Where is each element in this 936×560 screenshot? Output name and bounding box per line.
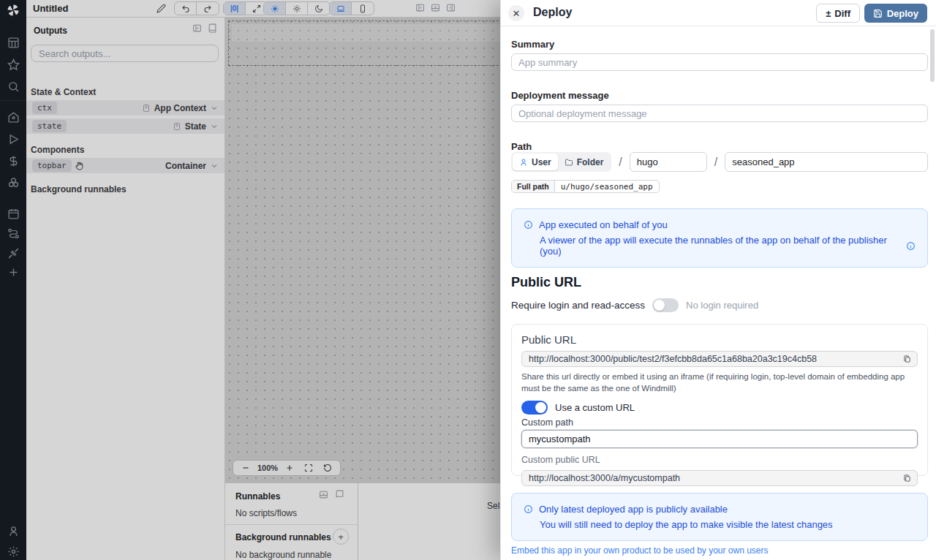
undo-redo-group [174,1,219,15]
path-name-input[interactable] [725,152,928,172]
chevron-down-icon[interactable] [210,122,219,131]
windmill-logo-icon[interactable] [6,3,20,18]
app-canvas[interactable]: 100% [225,18,500,483]
background-runnables-title-row: Background runnables [235,532,342,542]
clipboard-icon[interactable] [903,474,911,483]
mobile-view-button[interactable] [352,2,374,15]
apps-icon[interactable] [7,37,20,49]
layout-group: |0| [223,1,268,15]
folder-tab-label: Folder [577,157,604,167]
variables-icon[interactable] [7,155,20,167]
output-row-state[interactable]: state State [26,118,224,134]
custom-url-toggle[interactable] [521,401,548,415]
embed-app-link[interactable]: Embed this app in your own product to be… [511,545,769,556]
user-tab-label: User [532,157,551,167]
custom-public-url-field[interactable]: http://localhost:3000/a/mycustompath [521,470,918,486]
smartphone-icon [358,4,367,13]
deployment-message-label: Deployment message [511,90,609,101]
components-heading: Components [31,145,84,155]
state-badge[interactable]: state [32,120,67,132]
info-icon[interactable] [906,241,916,251]
close-drawer-button[interactable]: ✕ [508,5,524,21]
search-icon[interactable] [7,80,20,93]
public-url-card: Public URL http://localhost:3000/public/… [511,324,928,476]
background-runnables-empty-text: No background runnable [235,550,331,560]
topbar-component-outline[interactable] [228,20,500,66]
login-state-label: No login required [686,300,758,311]
runs-icon[interactable] [7,133,20,145]
public-url-field[interactable]: http://localhost:3000/public/test2/f3efc… [521,351,918,367]
toggle-knob [654,300,665,311]
owner-kind-user[interactable]: User [513,154,558,170]
pointer-hand-icon [75,161,84,170]
theme-light-active-button[interactable] [264,2,286,15]
clipboard-icon[interactable] [903,355,911,363]
component-outline-toggle[interactable]: |0| [224,2,246,15]
latest-deploy-info-title: Only latest deployed app is publicly ava… [539,504,728,515]
theme-light-button[interactable] [286,2,308,15]
zoom-in-button[interactable] [280,463,299,472]
require-login-toggle[interactable] [652,298,679,312]
docs-book-icon[interactable] [335,490,344,499]
edit-title-icon[interactable] [156,4,166,13]
topbar-badge[interactable]: topbar [32,159,72,172]
add-background-runnable-button[interactable]: + [333,529,349,545]
undo-button[interactable] [175,2,197,15]
diff-button[interactable]: ± Diff [816,4,860,23]
summary-input[interactable] [511,53,928,71]
theme-dark-button[interactable] [308,2,330,15]
schedules-icon[interactable] [7,208,20,220]
custom-path-label: Custom path [521,417,918,428]
rotate-ccw-icon [323,463,332,472]
drawer-header: ✕ Deploy ± Diff Deploy [501,0,936,26]
chevron-down-icon[interactable] [210,162,219,170]
toggle-knob [535,402,546,413]
require-login-row: Require login and read-access No login r… [511,298,758,312]
collapse-bottom-icon[interactable] [319,490,328,499]
search-outputs-input[interactable] [31,45,219,62]
output-row-ctx[interactable]: ctx App Context [26,100,224,116]
zoom-out-button[interactable] [236,463,255,472]
home-icon[interactable] [7,111,20,124]
hide-left-panel-icon[interactable] [415,3,425,12]
flows-icon[interactable] [7,227,20,240]
execution-info-title: App executed on behalf of you [539,219,668,230]
output-row-topbar[interactable]: topbar Container [26,158,224,173]
object-icon [173,122,181,131]
deploy-button[interactable]: Deploy [864,4,927,23]
background-runnables-title: Background runnables [235,532,331,542]
deploy-button-label: Deploy [887,8,918,19]
drawer-scrollbar[interactable] [930,29,935,82]
collapse-panel-icon[interactable] [192,23,202,33]
redo-button[interactable] [197,2,219,15]
user-icon[interactable] [7,525,20,537]
runnables-panel: Runnables No scripts/flows Background ru… [225,483,358,560]
path-row: User Folder / / [511,152,928,172]
add-icon[interactable] [7,266,20,279]
info-icon [524,504,533,514]
docs-book-icon[interactable] [208,23,217,33]
ctx-badge[interactable]: ctx [32,102,57,114]
public-url-card-title: Public URL [521,333,918,346]
path-owner-input[interactable] [630,152,707,172]
workers-icon[interactable] [7,247,20,260]
fit-view-button[interactable] [299,463,318,472]
reset-view-button[interactable] [318,463,337,472]
share-hint: Share this url directly or embed it usin… [521,371,918,394]
desktop-view-button[interactable] [330,2,352,15]
resources-icon[interactable] [7,176,20,189]
hide-right-panel-icon[interactable] [446,3,456,12]
chevron-down-icon[interactable] [210,104,219,113]
topbar-component[interactable] [232,24,500,42]
custom-url-toggle-row: Use a custom URL [521,401,918,415]
theme-group [263,1,331,15]
app-title[interactable]: Untitled [33,3,68,14]
settings-gear-icon[interactable] [7,545,20,558]
star-icon[interactable] [7,58,20,71]
custom-path-input[interactable] [521,430,918,448]
owner-kind-folder[interactable]: Folder [558,154,611,170]
plus-icon: + [338,531,344,542]
hide-bottom-panel-icon[interactable] [431,3,440,12]
deployment-message-input[interactable] [511,105,928,122]
runnables-divider [225,524,358,525]
